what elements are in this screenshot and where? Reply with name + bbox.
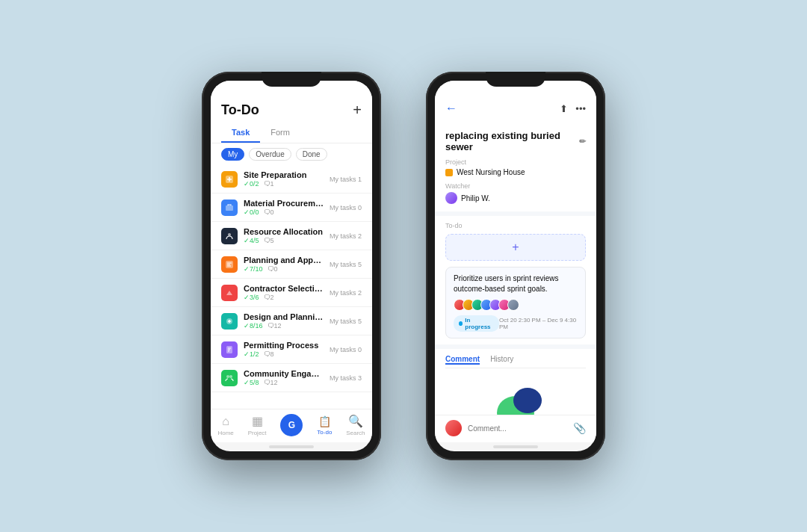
tab-form[interactable]: Form xyxy=(260,123,300,143)
comment-input[interactable] xyxy=(468,424,567,433)
task-comment-planning: 🗨0 xyxy=(268,265,278,273)
tab-comment[interactable]: Comment xyxy=(445,355,480,365)
project-label: Project xyxy=(445,158,586,166)
detail-body: replacing existing buried sewer ✏ Projec… xyxy=(435,123,596,415)
home-bar-right xyxy=(493,445,538,448)
todo-title: To-Do xyxy=(221,102,259,118)
task-meta-material: ✓0/0 🗨0 xyxy=(244,208,324,216)
task-meta-site: ✓0/2 🗨1 xyxy=(244,180,324,188)
task-meta-permitting: ✓1/2 🗨8 xyxy=(244,350,324,358)
status-badge: In progress xyxy=(454,315,499,332)
task-comment-material: 🗨0 xyxy=(264,208,274,216)
task-name-community: Community Engagement xyxy=(244,369,324,378)
task-content-planning: Planning and Approvals ✓7/10 🗨0 xyxy=(244,256,324,273)
sprint-text: Prioritize users in sprint reviews outco… xyxy=(454,273,578,294)
task-item-community[interactable]: Community Engagement ✓5/8 🗨12 My tasks 3 xyxy=(211,364,372,392)
edit-icon[interactable]: ✏ xyxy=(579,137,586,146)
task-icon-permitting xyxy=(221,341,238,358)
filter-done[interactable]: Done xyxy=(296,148,327,161)
right-phone: ← ⬆ ••• replacing existing buried sewer … xyxy=(426,72,605,460)
nav-search[interactable]: 🔍 Search xyxy=(346,414,365,436)
watcher-row: Philip W. xyxy=(445,192,586,204)
task-mytasks-resource: My tasks 2 xyxy=(330,232,362,240)
nav-search-label: Search xyxy=(346,430,365,436)
task-meta-community: ✓5/8 🗨12 xyxy=(244,379,324,386)
notch-left xyxy=(262,72,321,87)
tab-history[interactable]: History xyxy=(490,355,513,365)
detail-header: ← ⬆ ••• xyxy=(435,81,596,123)
watcher-label: Watcher xyxy=(445,182,586,190)
svg-rect-1 xyxy=(226,205,233,211)
notch-right xyxy=(486,72,545,87)
home-icon: ⌂ xyxy=(222,415,229,428)
tab-task[interactable]: Task xyxy=(221,123,260,143)
task-meta-planning: ✓7/10 🗨0 xyxy=(244,265,324,273)
task-item-planning[interactable]: Planning and Approvals ✓7/10 🗨0 My tasks… xyxy=(211,250,372,279)
task-icon-resource xyxy=(221,228,238,244)
status-text: In progress xyxy=(465,317,494,330)
task-item-material[interactable]: Material Procurement ✓0/0 🗨0 My tasks 0 xyxy=(211,194,372,222)
filter-row: My Overdue Done xyxy=(211,143,372,165)
project-icon: ▦ xyxy=(252,414,263,428)
share-icon[interactable]: ⬆ xyxy=(560,103,568,114)
nav-home-label: Home xyxy=(217,430,233,436)
nav-todo-label: To-do xyxy=(317,429,332,436)
task-content-contractor: Contractor Selection ✓3/6 🗨2 xyxy=(244,284,324,301)
tabs-row: Task Form xyxy=(211,123,372,143)
task-mytasks-contractor: My tasks 2 xyxy=(330,289,362,297)
task-check-design: ✓8/16 xyxy=(244,322,263,330)
task-content-resource: Resource Allocation ✓4/5 🗨5 xyxy=(244,227,324,244)
task-content-permitting: Permitting Process ✓1/2 🗨8 xyxy=(244,341,324,358)
task-content-site: Site Preparation ✓0/2 🗨1 xyxy=(244,170,324,188)
svg-point-2 xyxy=(228,233,231,236)
filter-my[interactable]: My xyxy=(221,148,244,161)
task-check-planning: ✓7/10 xyxy=(244,265,263,273)
watcher-name: Philip W. xyxy=(461,194,490,202)
detail-task-title: replacing existing buried sewer ✏ xyxy=(445,130,586,152)
user-avatar: G xyxy=(280,414,303,436)
todo-icon: 📋 xyxy=(318,415,331,427)
nav-project[interactable]: ▦ Project xyxy=(248,414,267,436)
task-title-text: replacing existing buried sewer xyxy=(445,130,575,152)
add-task-button[interactable]: + xyxy=(445,234,586,261)
sprint-card: Prioritize users in sprint reviews outco… xyxy=(445,267,586,338)
nav-home[interactable]: ⌂ Home xyxy=(217,415,233,436)
assignee-avatar-7 xyxy=(507,299,519,311)
task-name-site: Site Preparation xyxy=(244,170,324,179)
filter-overdue[interactable]: Overdue xyxy=(249,148,291,161)
back-button[interactable]: ← xyxy=(445,102,457,115)
task-mytasks-planning: My tasks 5 xyxy=(330,261,362,268)
task-icon-contractor xyxy=(221,285,238,301)
task-meta-contractor: ✓3/6 🗨2 xyxy=(244,294,324,301)
task-mytasks-community: My tasks 3 xyxy=(330,374,362,382)
more-icon[interactable]: ••• xyxy=(575,103,586,114)
attach-icon[interactable]: 📎 xyxy=(573,422,586,434)
task-item-permitting[interactable]: Permitting Process ✓1/2 🗨8 My tasks 0 xyxy=(211,335,372,364)
status-dot xyxy=(459,321,463,326)
task-icon-design xyxy=(221,313,238,330)
task-check-permitting: ✓1/2 xyxy=(244,350,259,358)
task-item-resource[interactable]: Resource Allocation ✓4/5 🗨5 My tasks 2 xyxy=(211,222,372,250)
add-todo-button[interactable]: + xyxy=(353,102,362,119)
task-name-design: Design and Planning xyxy=(244,312,324,321)
left-screen: To-Do + Task Form My Overdue Done xyxy=(211,81,372,451)
date-range: Oct 20 2:30 PM – Dec 9 4:30 PM xyxy=(499,317,578,330)
task-content-community: Community Engagement ✓5/8 🗨12 xyxy=(244,369,324,386)
empty-comment: Leave the first comment xyxy=(445,374,586,415)
task-item-design[interactable]: Design and Planning ✓8/16 🗨12 My tasks 5 xyxy=(211,307,372,335)
task-check-community: ✓5/8 xyxy=(244,379,259,386)
nav-todo[interactable]: 📋 To-do xyxy=(317,415,332,436)
todo-section-label: To-do xyxy=(445,222,586,229)
nav-avatar[interactable]: G xyxy=(280,414,303,436)
task-comment-site: 🗨1 xyxy=(264,180,274,188)
task-comment-contractor: 🗨2 xyxy=(264,294,274,301)
comment-tabs: Comment History xyxy=(445,355,586,368)
comment-section: Comment History Leave the first comment xyxy=(435,349,596,415)
task-item-contractor[interactable]: Contractor Selection ✓3/6 🗨2 My tasks 2 xyxy=(211,279,372,307)
svg-point-6 xyxy=(226,375,229,378)
svg-point-7 xyxy=(229,375,232,378)
task-item-site-preparation[interactable]: Site Preparation ✓0/2 🗨1 My tasks 1 xyxy=(211,165,372,194)
watcher-avatar xyxy=(445,192,457,204)
task-mytasks-permitting: My tasks 0 xyxy=(330,346,362,353)
task-name-resource: Resource Allocation xyxy=(244,227,324,236)
